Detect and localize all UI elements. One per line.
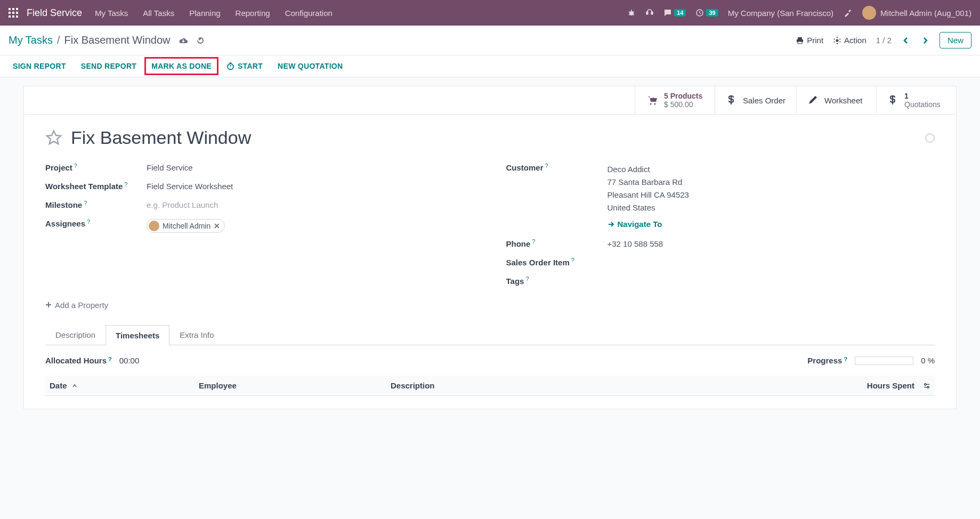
new-button[interactable]: New bbox=[939, 32, 971, 48]
project-value[interactable]: Field Service bbox=[147, 163, 474, 172]
tab-extra-info[interactable]: Extra Info bbox=[169, 325, 224, 345]
stat-products[interactable]: 5 Products $ 500.00 bbox=[635, 86, 715, 114]
svg-rect-1 bbox=[12, 8, 14, 10]
stat-products-value: $ 500.00 bbox=[664, 100, 702, 109]
messages-icon[interactable]: 14 bbox=[663, 9, 686, 17]
new-quotation-button[interactable]: NEW QUOTATION bbox=[278, 62, 343, 70]
user-menu[interactable]: Mitchell Admin (Aug_001) bbox=[862, 6, 971, 20]
breadcrumb-bar: My Tasks / Fix Basement Window Print Act… bbox=[0, 26, 980, 55]
nav-menu: My Tasks All Tasks Planning Reporting Co… bbox=[95, 9, 333, 18]
milestone-label: Milestone? bbox=[45, 200, 147, 209]
progress-value: 0 % bbox=[921, 356, 935, 365]
svg-rect-18 bbox=[798, 37, 802, 39]
tools-icon[interactable] bbox=[843, 8, 853, 18]
project-label: Project? bbox=[45, 163, 147, 172]
messages-badge: 14 bbox=[674, 9, 686, 17]
svg-rect-15 bbox=[646, 12, 648, 14]
svg-rect-2 bbox=[16, 8, 18, 10]
svg-rect-5 bbox=[16, 12, 18, 14]
assignee-tag[interactable]: Mitchell Admin ✕ bbox=[147, 219, 225, 233]
print-button[interactable]: Print bbox=[796, 36, 823, 45]
cloud-save-icon[interactable] bbox=[178, 36, 189, 45]
assignees-label: Assignees? bbox=[45, 219, 147, 228]
action-menu[interactable]: Action bbox=[833, 36, 866, 45]
support-icon[interactable] bbox=[645, 9, 654, 17]
activities-badge: 39 bbox=[706, 9, 718, 17]
svg-point-26 bbox=[927, 386, 929, 388]
stat-quotations[interactable]: 1 Quotations bbox=[876, 86, 956, 114]
stat-quotations-label: Quotations bbox=[904, 100, 941, 109]
stat-worksheet[interactable]: Worksheet bbox=[796, 86, 876, 114]
pencil-icon bbox=[807, 95, 818, 106]
progress-bar bbox=[855, 356, 913, 365]
stat-worksheet-label: Worksheet bbox=[824, 96, 862, 105]
tags-label: Tags? bbox=[506, 277, 608, 286]
col-hours-spent[interactable]: Hours Spent bbox=[844, 381, 919, 390]
tab-timesheets[interactable]: Timesheets bbox=[106, 325, 169, 345]
nav-configuration[interactable]: Configuration bbox=[285, 9, 333, 18]
activities-icon[interactable]: 39 bbox=[695, 9, 718, 17]
col-date[interactable]: Date bbox=[45, 381, 195, 390]
nav-all-tasks[interactable]: All Tasks bbox=[143, 9, 174, 18]
stat-sales-order[interactable]: Sales Order bbox=[715, 86, 796, 114]
state-circle-icon[interactable] bbox=[925, 133, 935, 143]
start-button[interactable]: START bbox=[226, 62, 263, 70]
discard-icon[interactable] bbox=[196, 36, 205, 45]
breadcrumb-current: Fix Basement Window bbox=[64, 34, 171, 46]
remove-assignee-icon[interactable]: ✕ bbox=[214, 222, 220, 230]
svg-rect-20 bbox=[798, 42, 802, 44]
top-navbar: Field Service My Tasks All Tasks Plannin… bbox=[0, 0, 980, 26]
tabs: Description Timesheets Extra Info bbox=[45, 325, 935, 345]
form-body: Fix Basement Window Project? Field Servi… bbox=[23, 115, 957, 409]
assignee-name: Mitchell Admin bbox=[163, 222, 210, 230]
svg-rect-16 bbox=[651, 12, 653, 14]
assignees-value[interactable]: Mitchell Admin ✕ bbox=[147, 219, 474, 233]
action-bar: SIGN REPORT SEND REPORT MARK AS DONE STA… bbox=[0, 55, 980, 77]
allocated-hours-value[interactable]: 00:00 bbox=[119, 356, 140, 365]
apps-icon[interactable] bbox=[9, 8, 18, 18]
add-property-button[interactable]: Add a Property bbox=[45, 301, 108, 310]
progress-label: Progress? bbox=[807, 356, 847, 365]
svg-point-25 bbox=[925, 383, 926, 385]
company-selector[interactable]: My Company (San Francisco) bbox=[728, 9, 833, 18]
navigate-to-link[interactable]: Navigate To bbox=[608, 220, 662, 229]
svg-rect-8 bbox=[16, 15, 18, 18]
user-name: Mitchell Admin (Aug_001) bbox=[880, 9, 971, 18]
svg-rect-0 bbox=[9, 8, 11, 10]
col-settings-icon[interactable] bbox=[919, 381, 935, 390]
svg-rect-4 bbox=[12, 12, 14, 14]
app-brand[interactable]: Field Service bbox=[27, 7, 82, 19]
milestone-value[interactable]: e.g. Product Launch bbox=[147, 200, 474, 209]
pager[interactable]: 1 / 2 bbox=[876, 36, 892, 45]
sign-report-button[interactable]: SIGN REPORT bbox=[13, 62, 66, 70]
customer-value[interactable]: Deco Addict 77 Santa Barbara Rd Pleasant… bbox=[608, 163, 935, 230]
svg-point-21 bbox=[836, 39, 839, 42]
tab-description[interactable]: Description bbox=[45, 325, 106, 345]
svg-line-14 bbox=[633, 14, 634, 15]
navbar-right: 14 39 My Company (San Francisco) Mitchel… bbox=[627, 6, 971, 20]
svg-rect-3 bbox=[9, 12, 11, 14]
breadcrumb-parent[interactable]: My Tasks bbox=[9, 34, 53, 46]
phone-label: Phone? bbox=[506, 239, 608, 248]
svg-point-24 bbox=[654, 103, 655, 105]
stat-row: 5 Products $ 500.00 Sales Order Workshee… bbox=[23, 86, 957, 115]
col-description[interactable]: Description bbox=[386, 381, 844, 390]
nav-my-tasks[interactable]: My Tasks bbox=[95, 9, 128, 18]
nav-reporting[interactable]: Reporting bbox=[236, 9, 270, 18]
star-icon[interactable] bbox=[45, 129, 62, 147]
tab-content-timesheets: Allocated Hours? 00:00 Progress? 0 % Dat… bbox=[45, 345, 935, 396]
avatar bbox=[862, 6, 876, 20]
col-employee[interactable]: Employee bbox=[195, 381, 386, 390]
pager-next-icon[interactable] bbox=[920, 37, 930, 44]
worksheet-template-value[interactable]: Field Service Worksheet bbox=[147, 182, 474, 191]
debug-icon[interactable] bbox=[627, 9, 636, 17]
pager-prev-icon[interactable] bbox=[901, 37, 911, 44]
mark-as-done-button[interactable]: MARK AS DONE bbox=[144, 57, 218, 75]
nav-planning[interactable]: Planning bbox=[189, 9, 220, 18]
sort-caret-icon[interactable] bbox=[71, 383, 78, 389]
send-report-button[interactable]: SEND REPORT bbox=[81, 62, 136, 70]
phone-value[interactable]: +32 10 588 558 bbox=[608, 239, 935, 248]
task-title[interactable]: Fix Basement Window bbox=[71, 127, 917, 148]
svg-line-12 bbox=[633, 12, 634, 12]
svg-rect-6 bbox=[9, 15, 11, 18]
